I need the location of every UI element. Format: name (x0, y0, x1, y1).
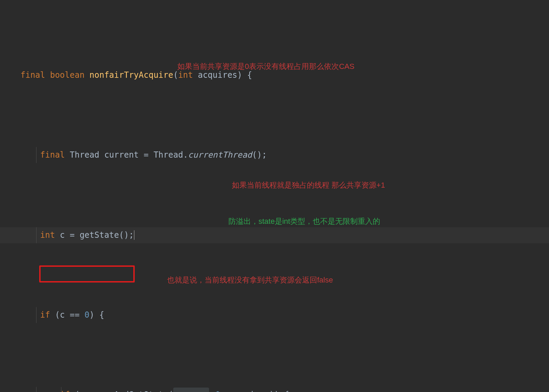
annotation-cas: 如果当前共享资源是0表示没有线程占用那么依次CAS (177, 59, 354, 74)
code-line[interactable]: final Thread current = Thread.currentThr… (0, 147, 549, 163)
code-editor[interactable]: final boolean nonfairTryAcquire(int acqu… (0, 3, 549, 392)
code-line[interactable]: if (c == 0) { (0, 307, 549, 323)
method-name: nonfairTryAcquire (89, 67, 173, 83)
text-caret (134, 230, 134, 240)
highlight-box-return-false (39, 265, 135, 282)
annotation-return-false: 也就是说，当前线程没有拿到共享资源会返回false (167, 273, 333, 288)
annotation-reentrant: 如果当前线程就是独占的线程 那么共享资源+1 (232, 178, 385, 193)
method-currentThread: currentThread (188, 147, 252, 163)
keyword-boolean: boolean (50, 67, 85, 83)
keyword-final: final (20, 67, 45, 83)
code-line-current[interactable]: int c = getState(); (0, 227, 549, 243)
annotation-overflow: 防溢出，state是int类型，也不是无限制重入的 (228, 214, 380, 229)
inlay-hint-expect: expect: (173, 388, 209, 392)
code-line[interactable]: if (compareAndSetState(expect: 0, acquir… (0, 387, 549, 392)
